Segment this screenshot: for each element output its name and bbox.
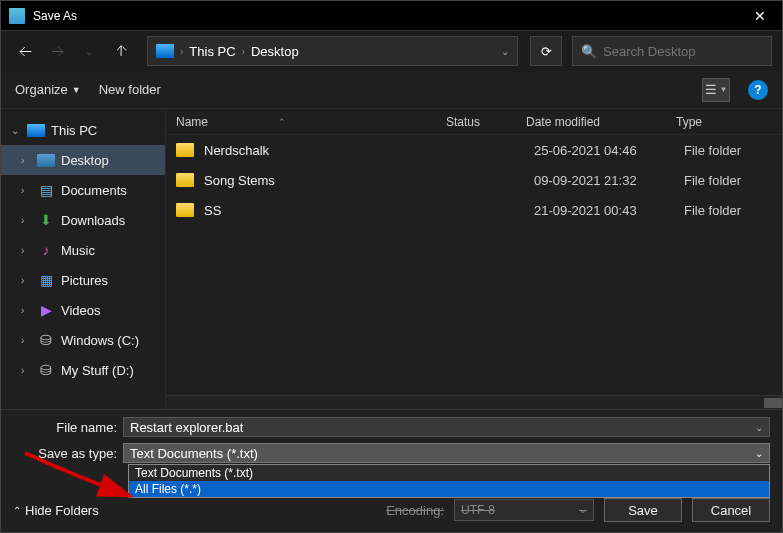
hide-folders-button[interactable]: ⌃ Hide Folders [13, 503, 99, 518]
chevron-right-icon: › [21, 365, 31, 376]
new-folder-label: New folder [99, 82, 161, 97]
sidebar-item-label: This PC [51, 123, 97, 138]
view-options-button[interactable]: ☰ ▼ [702, 78, 730, 102]
file-name: SS [204, 203, 454, 218]
sidebar-item-label: Windows (C:) [61, 333, 139, 348]
sidebar-item-label: Documents [61, 183, 127, 198]
column-name[interactable]: Name⌃ [176, 115, 446, 129]
filename-input[interactable]: Restart explorer.bat⌄ [123, 417, 770, 437]
refresh-button[interactable]: ⟳ [530, 36, 562, 66]
desktop-icon [37, 154, 55, 167]
file-name: Song Stems [204, 173, 454, 188]
chevron-down-icon: ⌄ [11, 125, 21, 136]
file-listing: Name⌃ Status Date modified Type Nerdscha… [166, 109, 782, 409]
forward-button[interactable]: 🡢 [43, 37, 71, 65]
horizontal-scrollbar[interactable] [166, 395, 782, 409]
address-bar[interactable]: › This PC › Desktop ⌄ [147, 36, 518, 66]
sidebar-item-label: Downloads [61, 213, 125, 228]
sidebar-item-label: Music [61, 243, 95, 258]
chevron-right-icon: › [21, 275, 31, 286]
sidebar-item-this-pc[interactable]: ⌄ This PC [1, 115, 165, 145]
sidebar: ⌄ This PC › Desktop › ▤ Documents › ⬇ Do… [1, 109, 166, 409]
music-icon: ♪ [37, 242, 55, 258]
downloads-icon: ⬇ [37, 212, 55, 228]
window-title: Save As [33, 9, 746, 23]
savetype-combo[interactable]: Text Documents (*.txt)⌄ [123, 443, 770, 463]
hide-folders-label: Hide Folders [25, 503, 99, 518]
sidebar-item-pictures[interactable]: › ▦ Pictures [1, 265, 165, 295]
address-dropdown-icon[interactable]: ⌄ [501, 46, 509, 57]
recent-button[interactable]: ⌄ [75, 37, 103, 65]
chevron-down-icon: ▼ [72, 85, 81, 95]
sidebar-item-mystuff-d[interactable]: › ⛁ My Stuff (D:) [1, 355, 165, 385]
file-type: File folder [684, 203, 782, 218]
breadcrumb[interactable]: This PC [189, 44, 235, 59]
folder-icon [176, 173, 194, 187]
organize-button[interactable]: Organize ▼ [15, 82, 81, 97]
sidebar-item-music[interactable]: › ♪ Music [1, 235, 165, 265]
help-button[interactable]: ? [748, 80, 768, 100]
sidebar-item-label: Pictures [61, 273, 108, 288]
cancel-button[interactable]: Cancel [692, 498, 770, 522]
encoding-label: Encoding: [386, 503, 444, 518]
file-type: File folder [684, 143, 782, 158]
sidebar-item-label: Desktop [61, 153, 109, 168]
titlebar: Save As ✕ [1, 1, 782, 31]
save-button[interactable]: Save [604, 498, 682, 522]
savetype-label: Save as type: [13, 446, 123, 461]
search-box[interactable]: 🔍 [572, 36, 772, 66]
folder-icon [176, 203, 194, 217]
savetype-dropdown: Text Documents (*.txt) All Files (*.*) [128, 464, 770, 498]
table-row[interactable]: Song Stems 09-09-2021 21:32 File folder [166, 165, 782, 195]
file-date: 25-06-2021 04:46 [534, 143, 684, 158]
table-row[interactable]: SS 21-09-2021 00:43 File folder [166, 195, 782, 225]
sidebar-item-desktop[interactable]: › Desktop [1, 145, 165, 175]
chevron-right-icon: › [21, 155, 31, 166]
column-status[interactable]: Status [446, 115, 526, 129]
chevron-down-icon: ▼ [720, 85, 728, 94]
documents-icon: ▤ [37, 182, 55, 198]
file-type: File folder [684, 173, 782, 188]
chevron-right-icon: › [180, 46, 183, 57]
file-date: 09-09-2021 21:32 [534, 173, 684, 188]
videos-icon: ▶ [37, 302, 55, 318]
chevron-right-icon: › [21, 215, 31, 226]
chevron-down-icon[interactable]: ⌄ [755, 422, 763, 433]
savetype-option-txt[interactable]: Text Documents (*.txt) [129, 465, 769, 481]
sidebar-item-label: My Stuff (D:) [61, 363, 134, 378]
search-icon: 🔍 [581, 44, 597, 59]
breadcrumb[interactable]: Desktop [251, 44, 299, 59]
chevron-up-icon: ⌃ [13, 505, 21, 516]
search-input[interactable] [603, 44, 771, 59]
nav-bar: 🡠 🡢 ⌄ 🡡 › This PC › Desktop ⌄ ⟳ 🔍 [1, 31, 782, 71]
sidebar-item-documents[interactable]: › ▤ Documents [1, 175, 165, 205]
encoding-combo[interactable]: UTF-8⌄ [454, 499, 594, 521]
organize-label: Organize [15, 82, 68, 97]
pc-icon [156, 44, 174, 58]
column-date[interactable]: Date modified [526, 115, 676, 129]
chevron-right-icon: › [21, 305, 31, 316]
pc-icon [27, 124, 45, 137]
savetype-option-all[interactable]: All Files (*.*) [129, 481, 769, 497]
chevron-right-icon: › [21, 185, 31, 196]
back-button[interactable]: 🡠 [11, 37, 39, 65]
sidebar-item-windows-c[interactable]: › ⛁ Windows (C:) [1, 325, 165, 355]
close-button[interactable]: ✕ [746, 4, 774, 28]
file-date: 21-09-2021 00:43 [534, 203, 684, 218]
folder-icon [176, 143, 194, 157]
sidebar-item-downloads[interactable]: › ⬇ Downloads [1, 205, 165, 235]
pictures-icon: ▦ [37, 272, 55, 288]
table-row[interactable]: Nerdschalk 25-06-2021 04:46 File folder [166, 135, 782, 165]
column-headers: Name⌃ Status Date modified Type [166, 109, 782, 135]
filename-label: File name: [13, 420, 123, 435]
chevron-down-icon: ⌄ [755, 448, 763, 459]
up-button[interactable]: 🡡 [107, 37, 135, 65]
sort-asc-icon: ⌃ [278, 117, 286, 127]
sidebar-item-videos[interactable]: › ▶ Videos [1, 295, 165, 325]
footer: File name: Restart explorer.bat⌄ Save as… [1, 409, 782, 532]
chevron-right-icon: › [21, 245, 31, 256]
column-type[interactable]: Type [676, 115, 782, 129]
new-folder-button[interactable]: New folder [99, 82, 161, 97]
app-icon [9, 8, 25, 24]
chevron-right-icon: › [242, 46, 245, 57]
